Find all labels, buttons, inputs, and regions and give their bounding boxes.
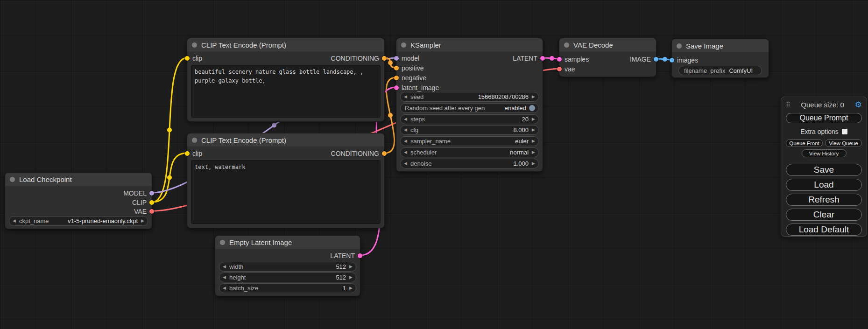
output-slot-clip[interactable]: CLIP — [132, 198, 154, 207]
height-widget[interactable]: ◀ height 512 ▶ — [219, 273, 356, 282]
decrement-arrow-icon[interactable]: ◀ — [223, 275, 226, 280]
conditioning-slot-dot[interactable] — [394, 66, 399, 70]
output-slot-vae[interactable]: VAE — [134, 207, 154, 216]
input-slot-model[interactable]: model — [394, 54, 419, 63]
latent-slot-dot[interactable] — [540, 56, 545, 61]
increment-arrow-icon[interactable]: ▶ — [349, 286, 353, 290]
vae-slot-dot[interactable] — [557, 67, 562, 71]
random-seed-control-widget[interactable]: Random seed after every gen enabled — [400, 103, 539, 113]
clip-slot-dot[interactable] — [185, 151, 190, 156]
comfyui-canvas[interactable]: Load Checkpoint MODEL CLIP VAE ◀ ckpt_na… — [0, 0, 868, 329]
view-queue-button[interactable]: View Queue — [825, 139, 862, 147]
output-slot-model[interactable]: MODEL — [123, 189, 154, 198]
output-slot-image[interactable]: IMAGE — [630, 55, 658, 64]
clip-slot-dot[interactable] — [185, 56, 190, 61]
decrement-arrow-icon[interactable]: ◀ — [13, 219, 16, 223]
steps-widget[interactable]: ◀ steps 20 ▶ — [400, 114, 539, 124]
collapse-dot-icon[interactable] — [677, 43, 682, 49]
ckpt-name-widget[interactable]: ◀ ckpt_name v1-5-pruned-emaonly.ckpt ▶ — [9, 216, 148, 226]
decrement-arrow-icon[interactable]: ◀ — [223, 265, 226, 269]
input-slot-positive[interactable]: positive — [394, 63, 423, 73]
clip-slot-dot[interactable] — [149, 200, 154, 205]
drag-handle-icon[interactable]: ⠿ — [786, 101, 790, 108]
node-title-bar[interactable]: Save Image — [672, 39, 769, 52]
load-button[interactable]: Load — [786, 179, 862, 191]
input-slot-clip[interactable]: clip — [185, 149, 202, 158]
collapse-dot-icon[interactable] — [220, 240, 225, 245]
output-slot-conditioning[interactable]: CONDITIONING — [331, 54, 387, 63]
scheduler-widget[interactable]: ◀ scheduler normal ▶ — [400, 147, 539, 157]
latent-slot-dot[interactable] — [358, 253, 362, 258]
output-slot-latent[interactable]: LATENT — [513, 54, 545, 63]
collapse-dot-icon[interactable] — [192, 138, 197, 143]
extra-options-checkbox[interactable] — [842, 129, 847, 134]
node-save-image[interactable]: Save Image images filename_prefix ComfyU… — [671, 39, 769, 78]
node-title-bar[interactable]: KSampler — [396, 38, 543, 51]
increment-arrow-icon[interactable]: ▶ — [532, 117, 535, 121]
refresh-button[interactable]: Refresh — [786, 194, 862, 206]
node-clip-text-encode-negative[interactable]: CLIP Text Encode (Prompt) clip CONDITION… — [187, 133, 385, 228]
node-title-bar[interactable]: VAE Decode — [559, 38, 656, 51]
increment-arrow-icon[interactable]: ▶ — [532, 139, 535, 143]
seed-widget[interactable]: ◀ seed 156680208700286 ▶ — [400, 92, 539, 102]
decrement-arrow-icon[interactable]: ◀ — [404, 128, 407, 132]
input-slot-vae[interactable]: vae — [557, 64, 575, 74]
input-slot-latent-image[interactable]: latent_image — [394, 83, 439, 92]
clear-button[interactable]: Clear — [786, 209, 862, 221]
conditioning-slot-dot[interactable] — [394, 76, 399, 80]
conditioning-slot-dot[interactable] — [382, 151, 387, 156]
image-slot-dot[interactable] — [670, 58, 674, 63]
conditioning-slot-dot[interactable] — [382, 56, 387, 61]
batch-size-widget[interactable]: ◀ batch_size 1 ▶ — [219, 283, 356, 293]
node-ksampler[interactable]: KSampler model positive negative latent_… — [396, 38, 543, 172]
negative-prompt-textarea[interactable]: text, watermark — [191, 160, 381, 224]
latent-slot-dot[interactable] — [557, 57, 562, 62]
latent-slot-dot[interactable] — [394, 85, 399, 90]
filename-prefix-widget[interactable]: filename_prefix ComfyUI — [678, 66, 762, 75]
node-vae-decode[interactable]: VAE Decode samples vae IMAGE — [559, 38, 656, 77]
node-load-checkpoint[interactable]: Load Checkpoint MODEL CLIP VAE ◀ ckpt_na… — [5, 172, 152, 229]
sampler-name-widget[interactable]: ◀ sampler_name euler ▶ — [400, 136, 539, 146]
output-slot-latent[interactable]: LATENT — [330, 251, 362, 260]
denoise-widget[interactable]: ◀ denoise 1.000 ▶ — [400, 159, 539, 168]
increment-arrow-icon[interactable]: ▶ — [141, 219, 144, 223]
toggle-dot-icon[interactable] — [529, 105, 535, 111]
queue-front-button[interactable]: Queue Front — [786, 139, 823, 147]
model-slot-dot[interactable] — [394, 56, 399, 61]
input-slot-clip[interactable]: clip — [185, 54, 202, 63]
save-button[interactable]: Save — [786, 164, 862, 176]
decrement-arrow-icon[interactable]: ◀ — [223, 286, 226, 290]
decrement-arrow-icon[interactable]: ◀ — [404, 139, 407, 143]
load-default-button[interactable]: Load Default — [786, 224, 862, 236]
decrement-arrow-icon[interactable]: ◀ — [404, 117, 407, 121]
collapse-dot-icon[interactable] — [192, 42, 197, 48]
model-slot-dot[interactable] — [149, 191, 154, 196]
collapse-dot-icon[interactable] — [401, 42, 406, 48]
node-title-bar[interactable]: CLIP Text Encode (Prompt) — [187, 133, 384, 147]
decrement-arrow-icon[interactable]: ◀ — [404, 150, 407, 154]
increment-arrow-icon[interactable]: ▶ — [532, 128, 535, 132]
decrement-arrow-icon[interactable]: ◀ — [404, 95, 407, 99]
increment-arrow-icon[interactable]: ▶ — [349, 275, 353, 280]
increment-arrow-icon[interactable]: ▶ — [532, 161, 535, 166]
vae-slot-dot[interactable] — [149, 209, 154, 214]
input-slot-images[interactable]: images — [670, 56, 698, 65]
cfg-widget[interactable]: ◀ cfg 8.000 ▶ — [400, 125, 539, 135]
decrement-arrow-icon[interactable]: ◀ — [404, 161, 407, 166]
collapse-dot-icon[interactable] — [10, 177, 15, 182]
settings-gear-icon[interactable]: ⚙ — [855, 101, 862, 109]
output-slot-conditioning[interactable]: CONDITIONING — [331, 149, 387, 158]
node-title-bar[interactable]: CLIP Text Encode (Prompt) — [187, 38, 384, 51]
increment-arrow-icon[interactable]: ▶ — [532, 150, 535, 154]
input-slot-samples[interactable]: samples — [557, 55, 589, 64]
input-slot-negative[interactable]: negative — [394, 73, 426, 83]
increment-arrow-icon[interactable]: ▶ — [349, 265, 353, 269]
increment-arrow-icon[interactable]: ▶ — [532, 95, 535, 99]
node-clip-text-encode-positive[interactable]: CLIP Text Encode (Prompt) clip CONDITION… — [187, 38, 385, 122]
width-widget[interactable]: ◀ width 512 ▶ — [219, 262, 356, 272]
positive-prompt-textarea[interactable]: beautiful scenery nature glass bottle la… — [191, 65, 381, 118]
image-slot-dot[interactable] — [654, 57, 658, 62]
collapse-dot-icon[interactable] — [564, 42, 569, 48]
node-title-bar[interactable]: Empty Latent Image — [215, 236, 360, 249]
view-history-button[interactable]: View History — [802, 149, 847, 157]
